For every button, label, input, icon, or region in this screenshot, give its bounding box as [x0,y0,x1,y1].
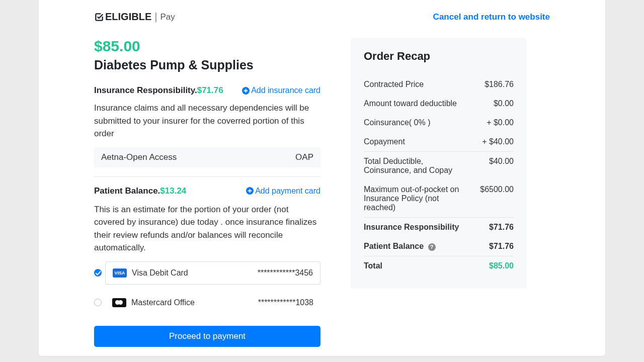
plus-circle-icon [242,87,250,95]
recap-line-label: Total Deductible, Coinsurance, and Copay [364,157,459,175]
recap-line-value: $71.76 [489,242,514,251]
topbar: ELIGIBLE | Pay Cancel and return to webs… [94,11,550,23]
payment-card-masked: ************3456 [258,268,313,278]
insurance-description: Insurance claims and all necessary depen… [94,102,320,140]
recap-line: Total Deductible, Coinsurance, and Copay… [364,151,514,180]
add-insurance-card-link[interactable]: Add insurance card [242,86,320,95]
recap-line-value: $0.00 [494,99,514,108]
checkmark-box-icon [94,12,104,22]
order-title: Diabetes Pump & Supplies [94,58,320,72]
add-payment-card-link[interactable]: Add payment card [246,187,320,196]
payment-card-masked: ************1038 [258,298,313,307]
patient-balance-row: Patient Balance.$13.24 Add payment card [94,186,320,196]
recap-line-value: $40.00 [489,157,514,175]
body-layout: $85.00 Diabetes Pump & Supplies Insuranc… [94,38,550,347]
plus-circle-icon [246,187,254,195]
patient-balance-amount: $13.24 [160,186,186,196]
recap-line: Insurance Responsibility$71.76 [364,217,514,237]
recap-line: Maximum out-of-pocket on Insurance Polic… [364,180,514,217]
insurance-plan-box: Aetna-Open Access OAP [94,147,320,167]
recap-line-value: + $0.00 [487,118,514,127]
brand-separator: | [154,11,157,23]
recap-subrows: Total Deductible, Coinsurance, and Copay… [364,151,514,217]
recap-total-value: $85.00 [489,261,514,270]
radio-checked-icon[interactable] [94,269,102,277]
payment-methods-list: VISAVisa Debit Card************3456Maste… [94,261,320,314]
checkout-card: ELIGIBLE | Pay Cancel and return to webs… [39,0,605,356]
recap-line: Contracted Price$186.76 [364,75,514,94]
recap-line-label: Contracted Price [364,80,424,89]
recap-rows: Contracted Price$186.76Amount toward ded… [364,75,514,151]
recap-line-label: Coinsurance( 0% ) [364,118,431,127]
recap-line-value: $186.76 [485,80,514,89]
order-recap-title: Order Recap [364,50,514,63]
add-insurance-card-label: Add insurance card [251,86,320,95]
cancel-return-link[interactable]: Cancel and return to website [433,12,550,22]
recap-line-label: Maximum out-of-pocket on Insurance Polic… [364,185,459,212]
brand-name: ELIGIBLE [105,11,151,23]
recap-line-label: Copayment [364,137,405,146]
recap-line-label: Insurance Responsibility [364,223,459,232]
recap-bold-rows: Insurance Responsibility$71.76Patient Ba… [364,217,514,256]
insurance-amount: $71.76 [197,85,223,95]
order-price: $85.00 [94,38,320,55]
insurance-plan-code: OAP [295,152,313,162]
add-payment-card-label: Add payment card [255,187,320,196]
recap-line-value: $6500.00 [480,185,514,212]
brand-logo: ELIGIBLE | Pay [94,11,175,23]
insurance-plan-name: Aetna-Open Access [101,152,177,162]
patient-balance-description: This is an estimate for the portion of y… [94,203,320,254]
recap-line: Copayment+ $40.00 [364,132,514,151]
payment-option[interactable]: Mastercard Office************1038 [94,292,320,314]
recap-line: Amount toward deductible$0.00 [364,94,514,113]
patient-balance-label: Patient Balance. [94,186,160,196]
payment-card-label: Visa Debit Card [132,268,188,278]
visa-card-icon: VISA [113,268,127,278]
payment-option[interactable]: VISAVisa Debit Card************3456 [94,261,320,285]
help-icon[interactable]: ? [428,243,436,251]
recap-line: Coinsurance( 0% )+ $0.00 [364,113,514,132]
insurance-responsibility-row: Insurance Responsibility.$71.76 Add insu… [94,85,320,96]
order-recap-panel: Order Recap Contracted Price$186.76Amoun… [351,38,527,289]
recap-line-value: $71.76 [489,223,514,232]
recap-line-label: Amount toward deductible [364,99,457,108]
insurance-label: Insurance Responsibility. [94,85,197,95]
recap-line-value: + $40.00 [482,137,514,146]
mastercard-icon [112,298,126,307]
recap-line: Patient Balance ?$71.76 [364,237,514,256]
payment-card-label: Mastercard Office [131,298,195,307]
recap-total-label: Total [364,261,382,270]
recap-line-label: Patient Balance ? [364,242,436,251]
order-details: $85.00 Diabetes Pump & Supplies Insuranc… [94,38,320,347]
radio-unchecked-icon[interactable] [94,299,102,306]
section-divider [94,176,320,177]
proceed-to-payment-button[interactable]: Proceed to payment [94,326,320,347]
brand-sub: Pay [160,12,175,22]
recap-total-row: Total $85.00 [364,256,514,276]
